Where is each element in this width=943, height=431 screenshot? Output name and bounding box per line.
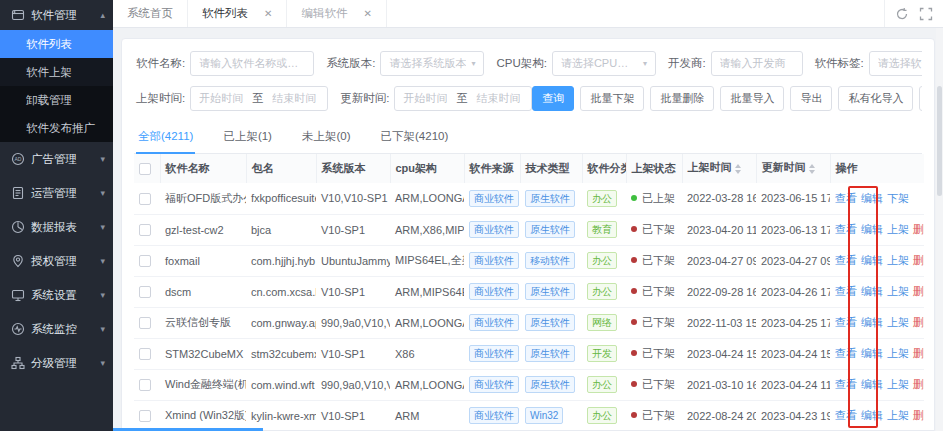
row-checkbox[interactable]	[139, 317, 151, 329]
toggle-shelf-link[interactable]: 上架	[887, 409, 909, 421]
row-checkbox[interactable]	[139, 379, 151, 391]
sidebar-item-data-report[interactable]: 数据报表 ▾	[0, 210, 113, 244]
header-update-time[interactable]: 更新时间	[756, 154, 830, 183]
cell-actions: 查看编辑上架删除	[830, 338, 924, 369]
view-link[interactable]: 查看	[835, 378, 857, 390]
toggle-shelf-link[interactable]: 上架	[887, 316, 909, 328]
software-tag-select[interactable]: 请选择软件标签▾	[869, 51, 922, 76]
edit-link[interactable]: 编辑	[861, 285, 883, 297]
toggle-shelf-link[interactable]: 上架	[887, 378, 909, 390]
edit-link[interactable]: 编辑	[861, 409, 883, 421]
delete-link[interactable]: 删除	[913, 378, 924, 390]
delete-link[interactable]: 删除	[913, 285, 924, 297]
batch-import-button[interactable]: 批量导入	[720, 86, 784, 111]
status-tab-offshelf[interactable]: 已下架(4210)	[379, 123, 451, 153]
sidebar-item-software-manage[interactable]: 软件管理 ▴	[0, 0, 113, 30]
view-link[interactable]: 查看	[835, 409, 857, 421]
system-monitor-icon	[10, 322, 25, 337]
delete-link[interactable]: 删除	[913, 316, 924, 328]
view-link[interactable]: 查看	[835, 347, 857, 359]
edit-link[interactable]: 编辑	[861, 192, 883, 204]
cell-shelf-time: 2023-04-27 09:2...	[682, 245, 756, 276]
toggle-shelf-link[interactable]: 上架	[887, 223, 909, 235]
select-all-checkbox[interactable]	[139, 163, 151, 175]
edit-link[interactable]: 编辑	[861, 254, 883, 266]
edit-link[interactable]: 编辑	[861, 223, 883, 235]
edit-link[interactable]: 编辑	[861, 378, 883, 390]
table-row: gzl-test-cw2 bjca V10-SP1 ARM,X86,MIPS6.…	[134, 214, 924, 245]
row-checkbox[interactable]	[139, 348, 151, 360]
software-name-input[interactable]: 请输入软件名称或包名	[190, 51, 314, 76]
cell-checkbox	[134, 307, 160, 338]
sidebar-item-uninstall-manage[interactable]: 卸载管理	[0, 86, 113, 114]
sidebar-item-software-shelf[interactable]: 软件上架	[0, 58, 113, 86]
close-icon[interactable]: ✕	[363, 8, 371, 19]
refresh-icon[interactable]	[895, 7, 909, 21]
edit-link[interactable]: 编辑	[861, 316, 883, 328]
sidebar-item-system-settings[interactable]: 系统设置 ▾	[0, 278, 113, 312]
sidebar-item-grade-manage[interactable]: 分级管理 ▾	[0, 346, 113, 380]
row-checkbox[interactable]	[139, 193, 151, 205]
update-time-range-input[interactable]: 开始时间 至 结束时间	[394, 86, 532, 111]
row-checkbox[interactable]	[139, 286, 151, 298]
view-link[interactable]: 查看	[835, 316, 857, 328]
delete-link[interactable]: 删除	[913, 347, 924, 359]
status-tab-notshelf[interactable]: 未上架(0)	[300, 123, 353, 153]
cell-actions: 查看编辑上架删除	[830, 400, 924, 431]
batch-delete-button[interactable]: 批量删除	[650, 86, 714, 111]
sidebar-item-ad-manage[interactable]: AD 广告管理 ▾	[0, 142, 113, 176]
sidebar-item-operations-manage[interactable]: 运营管理 ▾	[0, 176, 113, 210]
status-text: 已下架	[642, 316, 675, 328]
close-icon[interactable]: ✕	[264, 8, 272, 19]
expand-icon[interactable]	[919, 7, 933, 21]
sidebar-item-software-promotion[interactable]: 软件发布推广	[0, 114, 113, 142]
sort-icon[interactable]	[809, 161, 815, 177]
cell-checkbox	[134, 400, 160, 431]
status-tab-all[interactable]: 全部(4211)	[136, 123, 195, 154]
row-checkbox[interactable]	[139, 410, 151, 422]
tab-software-list[interactable]: 软件列表 ✕	[188, 0, 287, 27]
cell-tech: 原生软件	[520, 183, 582, 214]
cell-actions: 查看编辑下架	[830, 183, 924, 214]
tab-edit-software[interactable]: 编辑软件 ✕	[287, 0, 386, 27]
cell-source: 商业软件	[464, 183, 520, 214]
view-link[interactable]: 查看	[835, 285, 857, 297]
batch-offshelf-button[interactable]: 批量下架	[580, 86, 644, 111]
developer-input[interactable]: 请输入开发商	[711, 51, 803, 76]
header-shelf-time[interactable]: 上架时间	[682, 154, 756, 183]
toggle-shelf-link[interactable]: 上架	[887, 254, 909, 266]
edit-link[interactable]: 编辑	[861, 347, 883, 359]
vertical-scrollbar-thumb[interactable]	[937, 86, 942, 196]
toggle-shelf-link[interactable]: 上架	[887, 347, 909, 359]
shelf-time-range-input[interactable]: 开始时间 至 结束时间	[190, 86, 328, 111]
cell-source: 商业软件	[464, 214, 520, 245]
cell-actions: 查看编辑上架删除	[830, 307, 924, 338]
sidebar-item-license-manage[interactable]: 授权管理 ▾	[0, 244, 113, 278]
cell-category: 办公	[582, 400, 626, 431]
view-link[interactable]: 查看	[835, 254, 857, 266]
sidebar-item-system-monitor[interactable]: 系统监控 ▾	[0, 312, 113, 346]
cell-update-time: 2023-04-26 17:4...	[756, 276, 830, 307]
view-link[interactable]: 查看	[835, 192, 857, 204]
export-button[interactable]: 导出	[790, 86, 832, 111]
cell-checkbox	[134, 183, 160, 214]
delete-link[interactable]: 删除	[913, 223, 924, 235]
view-link[interactable]: 查看	[835, 223, 857, 235]
sort-icon[interactable]	[735, 161, 741, 177]
cpu-arch-select[interactable]: 请选择CPU架构▾	[552, 51, 656, 76]
row-checkbox[interactable]	[139, 224, 151, 236]
row-checkbox[interactable]	[139, 255, 151, 267]
sidebar-item-software-list[interactable]: 软件列表	[0, 30, 113, 58]
private-export-button[interactable]: 私有化导出	[919, 86, 922, 111]
system-version-select[interactable]: 请选择系统版本▾	[380, 51, 484, 76]
vertical-scrollbar[interactable]	[936, 28, 943, 431]
status-tab-onshelf[interactable]: 已上架(1)	[221, 123, 274, 153]
private-import-button[interactable]: 私有化导入	[838, 86, 913, 111]
delete-link[interactable]: 删除	[913, 409, 924, 421]
delete-link[interactable]: 删除	[913, 254, 924, 266]
query-button[interactable]: 查询	[532, 86, 574, 111]
category-badge: 办公	[587, 376, 617, 393]
toggle-shelf-link[interactable]: 下架	[887, 192, 909, 204]
tab-system-home[interactable]: 系统首页	[113, 0, 188, 27]
toggle-shelf-link[interactable]: 上架	[887, 285, 909, 297]
